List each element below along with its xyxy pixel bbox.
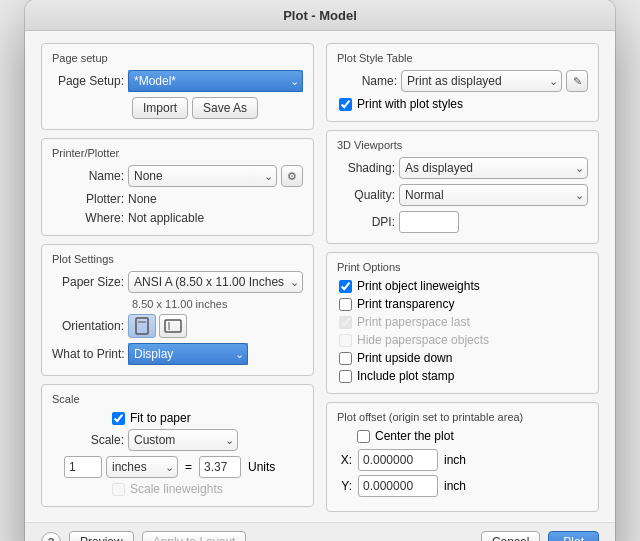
units-value-input[interactable] bbox=[199, 456, 241, 478]
dialog-footer: ? Preview Apply to Layout Cancel Plot bbox=[25, 522, 615, 541]
cancel-button[interactable]: Cancel bbox=[481, 531, 540, 541]
print-option-0: Print object lineweights bbox=[337, 279, 588, 293]
hide-paperspace-objects-checkbox bbox=[339, 334, 352, 347]
plot-dialog: Plot - Model Page setup Page Setup: *Mod… bbox=[25, 0, 615, 541]
preview-button[interactable]: Preview bbox=[69, 531, 134, 541]
print-paperspace-last-label: Print paperspace last bbox=[357, 315, 470, 329]
print-option-4: Print upside down bbox=[337, 351, 588, 365]
printer-name-label: Name: bbox=[52, 169, 124, 183]
shading-select[interactable]: As displayed bbox=[399, 157, 588, 179]
printer-settings-icon[interactable]: ⚙ bbox=[281, 165, 303, 187]
plotter-value: None bbox=[128, 192, 157, 206]
scale-label: Scale: bbox=[52, 433, 124, 447]
orientation-buttons bbox=[128, 314, 187, 338]
viewports-3d-title: 3D Viewports bbox=[337, 139, 588, 151]
printer-plotter-title: Printer/Plotter bbox=[52, 147, 303, 159]
page-setup-select[interactable]: *Model* bbox=[128, 70, 303, 92]
what-to-print-select[interactable]: Display bbox=[128, 343, 248, 365]
plot-style-table-section: Plot Style Table Name: Print as displaye… bbox=[326, 43, 599, 122]
quality-label: Quality: bbox=[337, 188, 395, 202]
orientation-label: Orientation: bbox=[52, 319, 124, 333]
y-coord-label: Y: bbox=[337, 479, 352, 493]
include-plot-stamp-checkbox[interactable] bbox=[339, 370, 352, 383]
x-coord-label: X: bbox=[337, 453, 352, 467]
y-unit-label: inch bbox=[444, 479, 466, 493]
print-option-1: Print transparency bbox=[337, 297, 588, 311]
plot-button[interactable]: Plot bbox=[548, 531, 599, 541]
plot-style-select[interactable]: Print as displayed bbox=[401, 70, 562, 92]
plot-style-edit-icon[interactable]: ✎ bbox=[566, 70, 588, 92]
viewports-3d-section: 3D Viewports Shading: As displayed Quali… bbox=[326, 130, 599, 244]
center-plot-checkbox[interactable] bbox=[357, 430, 370, 443]
help-button[interactable]: ? bbox=[41, 532, 61, 541]
print-transparency-checkbox[interactable] bbox=[339, 298, 352, 311]
scale-unit-select[interactable]: inches bbox=[106, 456, 178, 478]
scale-input[interactable] bbox=[64, 456, 102, 478]
y-offset-input[interactable] bbox=[358, 475, 438, 497]
portrait-button[interactable] bbox=[128, 314, 156, 338]
print-transparency-label: Print transparency bbox=[357, 297, 454, 311]
x-offset-input[interactable] bbox=[358, 449, 438, 471]
dialog-title: Plot - Model bbox=[25, 0, 615, 31]
quality-select[interactable]: Normal bbox=[399, 184, 588, 206]
plot-offset-section: Plot offset (origin set to printable are… bbox=[326, 402, 599, 512]
dpi-input[interactable] bbox=[399, 211, 459, 233]
import-button[interactable]: Import bbox=[132, 97, 188, 119]
shading-label: Shading: bbox=[337, 161, 395, 175]
dpi-label: DPI: bbox=[337, 215, 395, 229]
apply-to-layout-button[interactable]: Apply to Layout bbox=[142, 531, 247, 541]
footer-right: Cancel Plot bbox=[481, 531, 599, 541]
fit-to-paper-checkbox[interactable] bbox=[112, 412, 125, 425]
print-option-2: Print paperspace last bbox=[337, 315, 588, 329]
save-as-button[interactable]: Save As bbox=[192, 97, 258, 119]
equals-label: = bbox=[185, 460, 192, 474]
right-column: Plot Style Table Name: Print as displaye… bbox=[326, 43, 599, 512]
plot-style-title: Plot Style Table bbox=[337, 52, 588, 64]
landscape-button[interactable] bbox=[159, 314, 187, 338]
print-object-lineweights-checkbox[interactable] bbox=[339, 280, 352, 293]
print-upside-down-checkbox[interactable] bbox=[339, 352, 352, 365]
print-option-5: Include plot stamp bbox=[337, 369, 588, 383]
plotter-label: Plotter: bbox=[52, 192, 124, 206]
page-setup-section: Page setup Page Setup: *Model* Import Sa… bbox=[41, 43, 314, 130]
svg-rect-2 bbox=[165, 320, 181, 332]
left-column: Page setup Page Setup: *Model* Import Sa… bbox=[41, 43, 314, 512]
print-option-3: Hide paperspace objects bbox=[337, 333, 588, 347]
plot-settings-title: Plot Settings bbox=[52, 253, 303, 265]
printer-name-select[interactable]: None bbox=[128, 165, 277, 187]
center-plot-label: Center the plot bbox=[375, 429, 454, 443]
print-options-title: Print Options bbox=[337, 261, 588, 273]
print-upside-down-label: Print upside down bbox=[357, 351, 452, 365]
print-options-section: Print Options Print object lineweights P… bbox=[326, 252, 599, 394]
print-paperspace-last-checkbox bbox=[339, 316, 352, 329]
paper-size-select[interactable]: ANSI A (8.50 x 11.00 Inches) bbox=[128, 271, 303, 293]
scale-section: Scale Fit to paper Scale: Custom bbox=[41, 384, 314, 507]
hide-paperspace-objects-label: Hide paperspace objects bbox=[357, 333, 489, 347]
page-setup-label: Page Setup: bbox=[52, 74, 124, 88]
page-setup-title: Page setup bbox=[52, 52, 303, 64]
include-plot-stamp-label: Include plot stamp bbox=[357, 369, 454, 383]
footer-left: ? Preview Apply to Layout bbox=[41, 531, 246, 541]
plot-settings-section: Plot Settings Paper Size: ANSI A (8.50 x… bbox=[41, 244, 314, 376]
print-with-styles-checkbox[interactable] bbox=[339, 98, 352, 111]
scale-title: Scale bbox=[52, 393, 303, 405]
scale-select[interactable]: Custom bbox=[128, 429, 238, 451]
what-to-print-label: What to Print: bbox=[52, 347, 124, 361]
scale-lineweights-label: Scale lineweights bbox=[130, 482, 223, 496]
where-label: Where: bbox=[52, 211, 124, 225]
printer-plotter-section: Printer/Plotter Name: None ⚙ Plotter: No… bbox=[41, 138, 314, 236]
print-with-styles-label: Print with plot styles bbox=[357, 97, 463, 111]
svg-rect-0 bbox=[136, 318, 148, 334]
fit-to-paper-label: Fit to paper bbox=[130, 411, 191, 425]
units-label: Units bbox=[248, 460, 275, 474]
scale-lineweights-checkbox bbox=[112, 483, 125, 496]
paper-size-label: Paper Size: bbox=[52, 275, 124, 289]
plot-style-name-label: Name: bbox=[337, 74, 397, 88]
where-value: Not applicable bbox=[128, 211, 204, 225]
plot-offset-title: Plot offset (origin set to printable are… bbox=[337, 411, 588, 423]
x-unit-label: inch bbox=[444, 453, 466, 467]
print-object-lineweights-label: Print object lineweights bbox=[357, 279, 480, 293]
paper-size-sub: 8.50 x 11.00 inches bbox=[132, 298, 303, 310]
